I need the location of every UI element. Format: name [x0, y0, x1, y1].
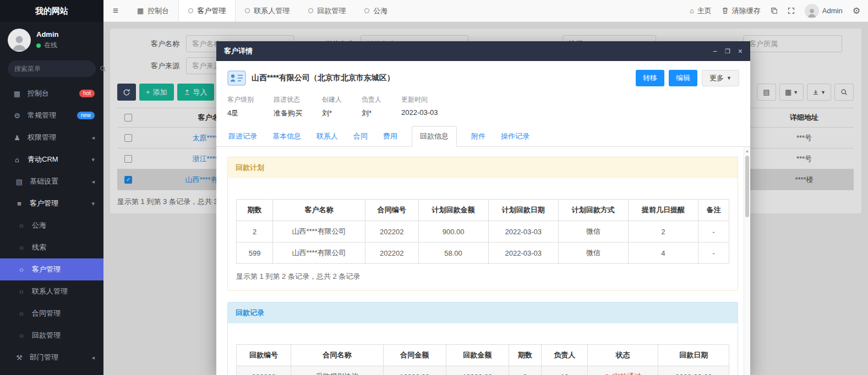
sidebar-item-permissions[interactable]: ♟ 权限管理 ◂ [0, 126, 103, 148]
dashboard-icon: ▦ [11, 90, 23, 98]
sidebar-item-leads[interactable]: ○ 线索 [0, 236, 103, 258]
sidebar-item-payment-mgmt[interactable]: ○ 回款管理 [0, 324, 103, 346]
close-icon[interactable]: × [738, 47, 743, 55]
tab-public-sea[interactable]: 公海 [355, 0, 397, 21]
tab-label: 回款管理 [317, 6, 346, 16]
copy-icon[interactable] [771, 7, 778, 14]
sidebar: 我的网站 Admin 在线 ▦ 控制台 hot ⚙ 常规管理 new [0, 0, 103, 375]
scrollbar[interactable]: ▲ [744, 147, 750, 375]
bank-icon: ▤ [13, 178, 25, 186]
circle-icon: ○ [15, 266, 28, 274]
circle-icon [245, 8, 250, 13]
sidebar-item-contract-mgmt[interactable]: ○ 合同管理 [0, 302, 103, 324]
person-icon [10, 33, 29, 52]
tab-contacts[interactable]: 联系人 [315, 126, 339, 146]
sidebar-item-customer-mgmt-parent[interactable]: ≡ 客户管理 ▾ [0, 192, 103, 214]
clear-cache-label: 清除缓存 [732, 6, 761, 16]
tab-payment-mgmt[interactable]: 回款管理 [299, 0, 355, 21]
more-button[interactable]: 更多▼ [702, 70, 739, 86]
user-panel: Admin 在线 [0, 22, 103, 57]
tab-contact-mgmt[interactable]: 联系人管理 [236, 0, 299, 21]
sidebar-item-console[interactable]: ▦ 控制台 hot [0, 82, 103, 104]
scrollbar-thumb[interactable] [745, 156, 749, 217]
modal-header[interactable]: 客户详情 − ❐ × [216, 41, 750, 61]
menu-label: 权限管理 [28, 133, 56, 142]
sidebar-item-department-mgmt[interactable]: ⚒ 部门管理 ◂ [0, 346, 103, 368]
chevron-down-icon: ▾ [91, 200, 95, 207]
circle-icon [364, 8, 369, 13]
plan-header-row: 期数 客户名称 合同编号 计划回款金额 计划回款日期 计划回款方式 提前几日提醒… [237, 200, 729, 221]
hot-badge: hot [79, 90, 95, 97]
home-link[interactable]: ⌂ 主页 [690, 6, 712, 16]
menu-label: 客户管理 [32, 264, 61, 274]
minimize-icon[interactable]: − [713, 47, 717, 55]
plan-row[interactable]: 2 山西****有限公司 202202 900.00 2022-03-03 微信… [237, 221, 729, 242]
tab-follow-records[interactable]: 跟进记录 [227, 126, 258, 146]
circle-icon: ○ [15, 332, 28, 340]
circle-icon [308, 8, 313, 13]
maximize-icon[interactable]: ❐ [725, 48, 730, 54]
company-row: 山西****有限公司（北京市北京市东城区） 转移 编辑 更多▼ [216, 61, 750, 91]
tab-contracts[interactable]: 合同 [352, 126, 369, 146]
avatar [805, 4, 819, 18]
circle-icon: ○ [15, 310, 28, 318]
sidebar-item-public-sea[interactable]: ○ 公海 [0, 214, 103, 236]
chevron-left-icon: ◂ [91, 354, 95, 361]
payment-plan-title: 回款计划 [228, 157, 738, 178]
menu-search[interactable] [8, 60, 96, 77]
circle-icon: ○ [15, 288, 28, 296]
menu-label: 联系人管理 [32, 286, 68, 296]
payment-plan-table: 期数 客户名称 合同编号 计划回款金额 计划回款日期 计划回款方式 提前几日提醒… [236, 199, 729, 264]
hamburger-icon[interactable]: ≡ [103, 0, 128, 21]
tab-label: 公海 [373, 6, 387, 16]
status-badge: 审核通过 [604, 372, 641, 375]
new-badge: new [77, 112, 95, 119]
sidebar-item-general[interactable]: ⚙ 常规管理 new [0, 104, 103, 126]
meta-owner: 负责人 刘* [362, 95, 381, 118]
settings-gear-icon[interactable]: ⚙ [853, 5, 860, 16]
sidebar-item-crm[interactable]: ⌂ 青动CRM ▾ [0, 148, 103, 170]
sidebar-item-basic-settings[interactable]: ▤ 基础设置 ◂ [0, 170, 103, 192]
tab-expenses[interactable]: 费用 [382, 126, 398, 146]
modal-scroll-area: 回款计划 期数 客户名称 合同编号 计划回款金额 计划回款日期 计划回款 [216, 147, 750, 375]
tab-operation-log[interactable]: 操作记录 [500, 126, 531, 146]
meta-creator: 创建人 刘* [322, 95, 342, 118]
plan-row[interactable]: 599 山西****有限公司 202202 58.00 2022-03-03 微… [237, 242, 729, 264]
payment-record-table: 回款编号 合同名称 合同金额 回款金额 期数 负责人 状态 回款日期 [236, 344, 729, 375]
wrench-icon: ⚒ [13, 354, 25, 362]
chevron-down-icon: ▾ [91, 156, 95, 163]
trash-icon [722, 7, 729, 14]
edit-button[interactable]: 编辑 [669, 70, 697, 86]
user-menu[interactable]: Admin [805, 4, 843, 18]
meta-row: 客户级别 4星 跟进状态 准备购买 创建人 刘* 负责人 刘* 更新时间 202… [216, 91, 750, 126]
menu-label: 公海 [32, 220, 46, 230]
tab-label: 联系人管理 [254, 6, 290, 16]
menu-label: 合同管理 [32, 308, 61, 318]
chevron-left-icon: ◂ [91, 178, 95, 185]
home-icon: ⌂ [690, 7, 694, 15]
clear-cache-link[interactable]: 清除缓存 [722, 6, 761, 16]
payment-plan-panel: 回款计划 期数 客户名称 合同编号 计划回款金额 计划回款日期 计划回款 [227, 157, 738, 291]
scroll-up-icon[interactable]: ▲ [744, 147, 750, 153]
menu-search-input[interactable] [14, 65, 100, 73]
menu-label: 线索 [32, 242, 46, 252]
transfer-button[interactable]: 转移 [636, 70, 664, 86]
sidebar-item-customer-mgmt[interactable]: ○ 客户管理 [0, 258, 103, 280]
tab-customer-mgmt[interactable]: 客户管理 [178, 0, 236, 21]
topnav: ≡ ▦ 控制台 客户管理 联系人管理 回款管理 公海 ⌂ 主页 [103, 0, 868, 22]
tab-basic-info[interactable]: 基本信息 [271, 126, 302, 146]
tab-attachments[interactable]: 附件 [470, 126, 487, 146]
circle-icon [188, 8, 193, 13]
fullscreen-icon[interactable] [788, 7, 795, 14]
users-icon: ♟ [11, 134, 23, 142]
sidebar-item-contact-mgmt[interactable]: ○ 联系人管理 [0, 280, 103, 302]
contact-card-icon [227, 70, 246, 86]
record-row[interactable]: 202202 采购规则协议 10000.00 10000.00 2 13 审核通… [237, 366, 729, 375]
customer-detail-modal: 客户详情 − ❐ × 山西****有限公司（北京市北京市东城区） 转移 编辑 更… [216, 41, 750, 375]
company-name: 山西****有限公司（北京市北京市东城区） [252, 73, 395, 83]
gear-icon: ⚙ [11, 112, 23, 120]
tab-console[interactable]: ▦ 控制台 [128, 0, 178, 21]
home-label: 主页 [697, 6, 712, 16]
user-name: Admin [36, 30, 58, 38]
tab-payment-info[interactable]: 回款信息 [412, 126, 457, 147]
